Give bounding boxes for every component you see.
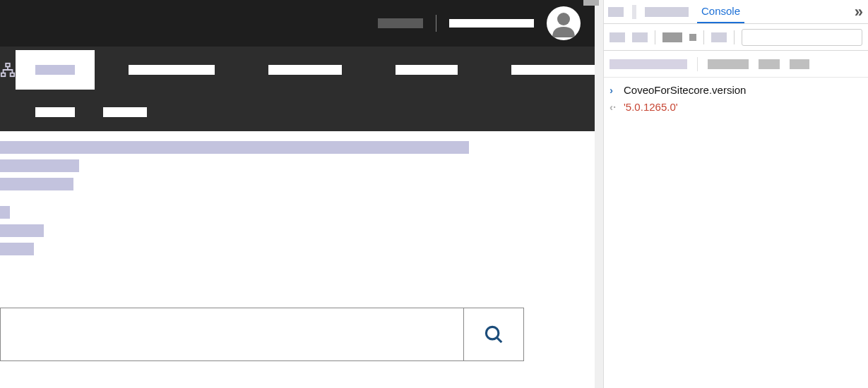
svg-rect-1 [6,63,10,67]
search-row [0,308,524,361]
topbar-label [449,19,534,28]
user-avatar[interactable] [547,6,581,40]
return-icon: ‹· [610,99,618,116]
drag-handle-icon [583,0,599,6]
toolbar-button[interactable] [610,32,625,42]
sitemap-icon[interactable] [0,50,16,90]
console-input-line: › CoveoForSitecore.version [610,82,862,99]
nav-bar [0,47,595,131]
separator [632,5,636,19]
top-bar [0,0,595,47]
console-toolbar [604,24,868,51]
content-text [0,178,73,190]
pane-splitter[interactable] [595,0,603,388]
devtools-tab-console[interactable]: Console [697,0,744,23]
topbar-item[interactable] [378,18,423,28]
subnav-item[interactable] [103,107,147,117]
content-text [0,206,10,219]
application-pane [0,0,595,388]
nav-tab[interactable] [492,50,623,90]
nav-primary [0,47,595,93]
devtools-tab[interactable] [645,7,689,17]
search-icon [483,324,504,345]
devtools-tab[interactable] [608,7,624,17]
separator [697,57,698,71]
devtools-tabs: Console » [604,0,868,24]
nav-tab[interactable] [109,50,234,90]
separator [655,30,655,44]
content-text [0,243,34,255]
subnav-item[interactable] [35,107,75,117]
content-text [0,224,44,237]
console-command: CoveoForSitecore.version [624,82,746,99]
svg-point-0 [557,13,570,25]
nav-tab[interactable] [249,50,362,90]
search-button[interactable] [463,308,524,361]
console-output-line: ‹· '5.0.1265.0' [610,99,862,116]
svg-rect-3 [11,73,14,77]
context-item[interactable] [790,59,809,69]
svg-point-4 [486,327,499,339]
page-content [0,131,595,255]
nav-tab-active[interactable] [16,50,95,90]
toolbar-button[interactable] [711,32,727,42]
separator [703,30,704,44]
nav-tab[interactable] [376,50,477,90]
console-filter-input[interactable] [742,29,862,46]
toolbar-dropdown[interactable] [662,32,682,42]
nav-secondary [0,93,595,131]
separator [436,15,436,32]
svg-rect-2 [1,73,6,77]
toolbar-button[interactable] [632,32,648,42]
search-input[interactable] [0,308,463,361]
console-context-bar [604,51,868,78]
more-tabs-icon[interactable]: » [855,3,864,21]
devtools-pane: Console » › CoveoForSitecore.version ‹· … [603,0,868,388]
separator [734,30,735,44]
chevron-down-icon [689,34,696,41]
context-item[interactable] [708,59,749,69]
console-result: '5.0.1265.0' [624,99,678,116]
console-output[interactable]: › CoveoForSitecore.version ‹· '5.0.1265.… [604,78,868,388]
context-item[interactable] [759,59,780,69]
content-text [0,159,79,172]
content-heading [0,141,469,154]
svg-line-5 [497,338,502,343]
